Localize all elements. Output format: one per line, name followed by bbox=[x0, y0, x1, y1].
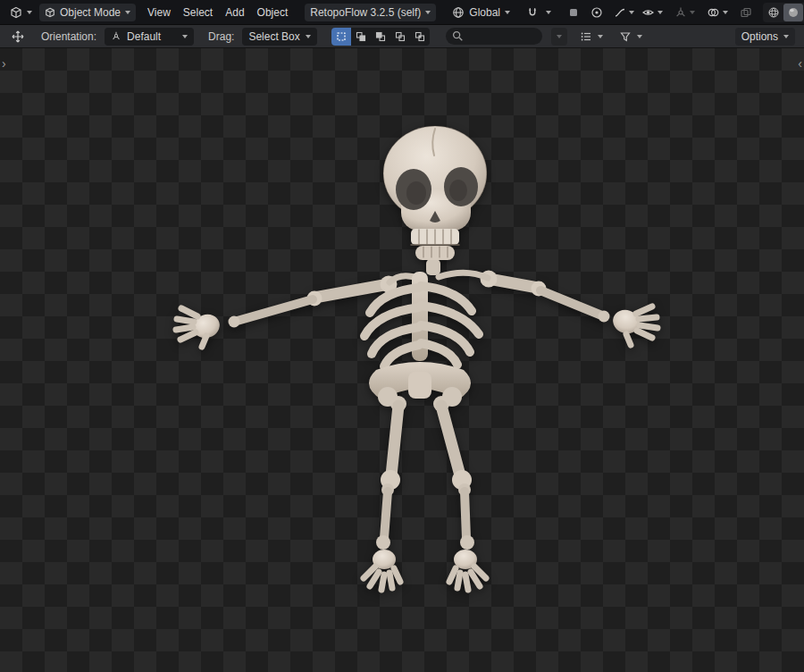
options-label: Options bbox=[741, 30, 778, 43]
chevron-down-icon bbox=[182, 35, 188, 38]
chevron-down-icon bbox=[306, 35, 311, 38]
snap-settings-dropdown[interactable] bbox=[542, 8, 555, 17]
shading-wireframe-button[interactable] bbox=[764, 4, 783, 21]
viewport-header: Object Mode View Select Add Object Retop… bbox=[0, 0, 804, 25]
orientation-label: Orientation: bbox=[41, 30, 96, 43]
proportional-editing-toggle[interactable] bbox=[564, 4, 583, 21]
select-mode-set-icon bbox=[336, 31, 347, 42]
search-input[interactable] bbox=[468, 30, 536, 43]
select-mode-intersect-button[interactable] bbox=[410, 28, 430, 46]
menu-view[interactable]: View bbox=[141, 3, 177, 22]
axis-gizmo-icon bbox=[111, 31, 121, 42]
extra-dropdown[interactable] bbox=[551, 28, 567, 46]
visibility-dropdown[interactable] bbox=[638, 4, 666, 21]
select-mode-subtract-button[interactable] bbox=[371, 28, 390, 46]
chevron-down-icon bbox=[27, 11, 32, 14]
magnet-icon bbox=[526, 6, 539, 19]
filter-dropdown[interactable] bbox=[614, 28, 648, 46]
transform-orientation-label: Global bbox=[469, 6, 500, 19]
chevron-down-icon bbox=[723, 11, 728, 14]
skeleton-left-hand[interactable] bbox=[176, 308, 222, 347]
chevron-down-icon bbox=[690, 11, 695, 14]
chevron-down-icon bbox=[557, 35, 562, 38]
search-icon bbox=[452, 30, 464, 42]
select-box-label: Select Box bbox=[248, 30, 299, 43]
menu-select[interactable]: Select bbox=[177, 3, 219, 22]
chevron-down-icon bbox=[629, 11, 634, 14]
select-mode-group bbox=[331, 28, 430, 46]
skeleton-right-arm[interactable] bbox=[481, 271, 658, 346]
select-mode-extend-icon bbox=[356, 31, 366, 42]
proportional-square-icon bbox=[567, 6, 580, 19]
mode-dropdown[interactable]: Object Mode bbox=[39, 4, 136, 21]
skeleton-right-foot[interactable] bbox=[449, 550, 486, 590]
blender-window: Object Mode View Select Add Object Retop… bbox=[0, 0, 804, 672]
object-mode-icon bbox=[45, 7, 55, 18]
filter-funnel-icon bbox=[619, 30, 632, 43]
chevron-down-icon bbox=[125, 11, 130, 14]
move-tool-icon[interactable] bbox=[11, 29, 25, 44]
proportional-dot-icon bbox=[590, 6, 603, 19]
select-box-dropdown[interactable]: Select Box bbox=[242, 28, 316, 46]
mode-dropdown-label: Object Mode bbox=[60, 6, 121, 19]
retopoflow-dropdown[interactable]: RetopoFlow 3.2.5 (self) bbox=[305, 4, 436, 21]
falloff-curve-icon bbox=[614, 6, 626, 19]
chevron-down-icon bbox=[637, 35, 642, 38]
options-dropdown[interactable]: Options bbox=[735, 28, 795, 46]
skeleton-left-leg[interactable] bbox=[364, 396, 406, 590]
transform-orientation-dropdown[interactable]: Global bbox=[447, 4, 515, 21]
eye-icon bbox=[641, 6, 655, 19]
select-mode-subtract-icon bbox=[375, 31, 386, 42]
proportional-objects-toggle[interactable] bbox=[587, 4, 607, 21]
editor-type-button[interactable] bbox=[4, 4, 38, 21]
overlays-icon bbox=[707, 6, 720, 19]
chevron-down-icon bbox=[783, 35, 789, 38]
xray-toggle[interactable] bbox=[736, 4, 756, 21]
drag-label: Drag: bbox=[208, 30, 234, 43]
chevron-down-icon bbox=[598, 35, 603, 38]
retopoflow-dropdown-label: RetopoFlow 3.2.5 (self) bbox=[310, 6, 421, 19]
gizmo-dropdown[interactable] bbox=[671, 4, 699, 21]
skeleton-torso[interactable] bbox=[364, 259, 488, 366]
gizmo-icon bbox=[674, 6, 687, 19]
skeleton-right-leg[interactable] bbox=[433, 396, 486, 590]
editor-3d-viewport-icon bbox=[10, 6, 22, 19]
shading-solid-button[interactable] bbox=[783, 4, 803, 21]
skeleton-right-hand[interactable] bbox=[610, 307, 657, 345]
falloff-dropdown[interactable] bbox=[610, 4, 638, 21]
chevron-down-icon bbox=[425, 11, 431, 14]
list-icon bbox=[580, 30, 592, 43]
chevron-down-icon bbox=[546, 11, 551, 14]
chevron-down-icon bbox=[657, 11, 663, 14]
globe-icon bbox=[452, 6, 465, 19]
skeleton-skull[interactable] bbox=[383, 126, 487, 260]
viewport-3d[interactable]: › ‹ bbox=[0, 48, 804, 672]
orientation-default-dropdown[interactable]: Default bbox=[105, 28, 194, 46]
shading-solid-icon bbox=[788, 7, 799, 18]
display-mode-dropdown[interactable] bbox=[574, 28, 608, 46]
chevron-down-icon bbox=[505, 11, 510, 14]
overlays-dropdown[interactable] bbox=[703, 4, 732, 21]
snap-toggle-button[interactable] bbox=[523, 4, 542, 21]
menu-add[interactable]: Add bbox=[219, 3, 250, 22]
select-mode-invert-button[interactable] bbox=[390, 28, 410, 46]
select-mode-invert-icon bbox=[395, 31, 406, 42]
tool-settings-bar: Orientation: Default Drag: Select Box bbox=[0, 25, 804, 48]
select-mode-set-button[interactable] bbox=[331, 28, 351, 46]
select-mode-intersect-icon bbox=[415, 31, 425, 42]
select-mode-extend-button[interactable] bbox=[351, 28, 371, 46]
orientation-default-label: Default bbox=[127, 30, 177, 43]
search-field[interactable] bbox=[446, 28, 542, 45]
shading-wireframe-icon bbox=[768, 7, 779, 18]
shading-mode-group bbox=[763, 3, 804, 22]
skeleton-pelvis[interactable] bbox=[369, 362, 471, 407]
xray-icon bbox=[740, 6, 752, 19]
skeleton-left-foot[interactable] bbox=[364, 550, 400, 590]
skeleton-model[interactable] bbox=[0, 48, 804, 672]
menu-object[interactable]: Object bbox=[251, 3, 295, 22]
